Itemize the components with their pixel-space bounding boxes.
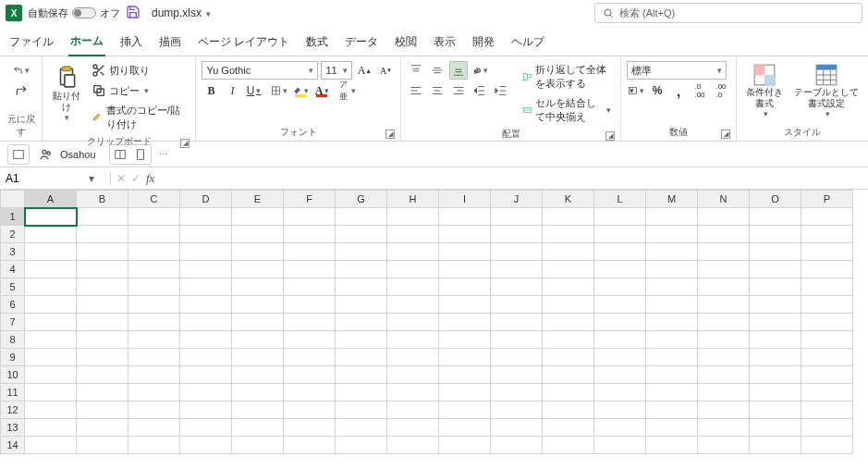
row-header-2[interactable]: 2 [1,226,25,243]
cell-D10[interactable] [180,366,232,384]
cell-F2[interactable] [284,226,336,243]
cell-E7[interactable] [232,314,284,331]
cell-E13[interactable] [232,419,284,437]
cell-C10[interactable] [128,366,180,384]
cell-F9[interactable] [284,349,336,366]
cell-B4[interactable] [77,261,128,278]
number-dialog-launcher[interactable]: ◢ [721,130,730,139]
cell-A4[interactable] [25,261,77,278]
cell-G6[interactable] [336,296,387,314]
cell-P13[interactable] [801,419,853,437]
cell-E2[interactable] [232,226,284,243]
accounting-format-button[interactable]: ¥▾ [627,81,645,100]
cell-D9[interactable] [180,349,232,366]
cell-L11[interactable] [594,384,646,401]
cell-J9[interactable] [491,349,543,366]
cell-O14[interactable] [750,437,801,454]
cell-P2[interactable] [801,226,853,243]
cell-O8[interactable] [750,331,801,349]
align-center-button[interactable] [428,81,446,100]
cell-B1[interactable] [77,208,128,226]
merge-center-button[interactable]: セルを結合して中央揃え▾ [520,94,615,126]
cell-F7[interactable] [284,314,336,331]
cell-D14[interactable] [180,437,232,454]
cell-A14[interactable] [25,437,77,454]
cell-D8[interactable] [180,331,232,349]
cell-N8[interactable] [698,331,750,349]
col-header-K[interactable]: K [543,191,594,208]
cell-I12[interactable] [439,401,491,419]
cell-F12[interactable] [284,401,336,419]
cell-P6[interactable] [801,296,853,314]
cell-E5[interactable] [232,278,284,296]
cell-D7[interactable] [180,314,232,331]
cell-L6[interactable] [594,296,646,314]
cell-O9[interactable] [750,349,801,366]
phonetic-button[interactable]: ア亜▾ [338,81,357,100]
tab-formulas[interactable]: 数式 [304,31,330,56]
font-dialog-launcher[interactable]: ◢ [385,130,395,139]
tab-file[interactable]: ファイル [7,31,55,56]
row-header-6[interactable]: 6 [1,296,25,314]
cell-B5[interactable] [77,278,128,296]
align-left-button[interactable] [407,81,425,100]
col-header-J[interactable]: J [491,191,543,208]
row-header-14[interactable]: 14 [1,437,25,454]
save-icon[interactable] [126,5,141,22]
row-header-1[interactable]: 1 [1,208,25,226]
cell-I6[interactable] [439,296,491,314]
cell-L5[interactable] [594,278,646,296]
cell-K3[interactable] [543,243,594,261]
cell-I8[interactable] [439,331,491,349]
cell-P1[interactable] [801,208,853,226]
cell-K12[interactable] [543,401,594,419]
underline-button[interactable]: U▾ [244,81,263,100]
cancel-formula-icon[interactable]: ✕ [116,172,126,185]
cell-B12[interactable] [77,401,128,419]
col-header-C[interactable]: C [128,191,180,208]
cell-M11[interactable] [646,384,698,401]
cell-H9[interactable] [387,349,439,366]
cell-H12[interactable] [387,401,439,419]
cell-N6[interactable] [698,296,750,314]
cell-G1[interactable] [336,208,387,226]
format-painter-button[interactable]: 書式のコピー/貼り付け [88,102,189,133]
cell-L1[interactable] [594,208,646,226]
decrease-indent-button[interactable] [471,81,489,100]
col-header-I[interactable]: I [439,191,491,208]
tab-pagelayout[interactable]: ページ レイアウト [196,31,291,56]
cell-A1[interactable] [25,208,77,226]
cell-J8[interactable] [491,331,543,349]
font-size-combo[interactable]: 11▾ [321,61,352,80]
cell-L13[interactable] [594,419,646,437]
cell-L9[interactable] [594,349,646,366]
cell-F3[interactable] [284,243,336,261]
cell-D12[interactable] [180,401,232,419]
copy-button[interactable]: コピー▾ [88,81,189,100]
cell-E9[interactable] [232,349,284,366]
bold-button[interactable]: B [202,81,220,100]
cell-H8[interactable] [387,331,439,349]
percent-button[interactable]: % [648,81,666,100]
cell-K14[interactable] [543,437,594,454]
cell-C13[interactable] [128,419,180,437]
cell-G10[interactable] [336,366,387,384]
col-header-D[interactable]: D [180,191,232,208]
cell-G2[interactable] [336,226,387,243]
row-header-11[interactable]: 11 [1,384,25,401]
cell-J2[interactable] [491,226,543,243]
cell-O3[interactable] [750,243,801,261]
cell-L8[interactable] [594,331,646,349]
cell-P14[interactable] [801,437,853,454]
cell-N10[interactable] [698,366,750,384]
cell-B11[interactable] [77,384,128,401]
tab-review[interactable]: 校閲 [393,31,419,56]
cell-C9[interactable] [128,349,180,366]
cell-M8[interactable] [646,331,698,349]
cell-P12[interactable] [801,401,853,419]
autosave-toggle[interactable] [72,7,96,19]
cell-O7[interactable] [750,314,801,331]
cell-L4[interactable] [594,261,646,278]
row-header-12[interactable]: 12 [1,401,25,419]
cell-M10[interactable] [646,366,698,384]
